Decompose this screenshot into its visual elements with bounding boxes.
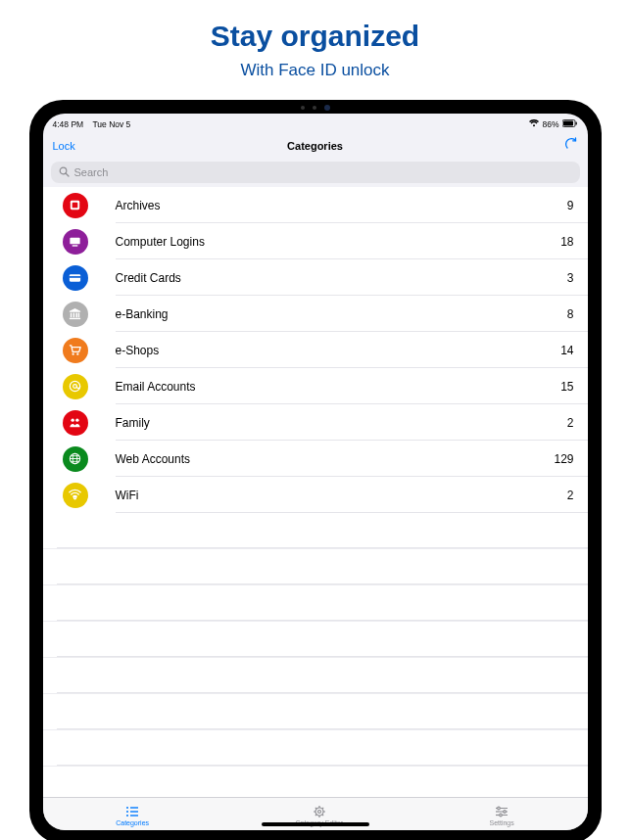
category-row[interactable]: Family2 <box>43 404 588 441</box>
category-label: Family <box>116 416 567 430</box>
category-list[interactable]: Archives9Computer Logins18Credit Cards3e… <box>43 187 588 797</box>
svg-point-34 <box>317 810 320 813</box>
empty-row <box>43 694 588 730</box>
category-count: 129 <box>554 452 573 466</box>
home-indicator[interactable] <box>262 822 369 826</box>
card-icon <box>63 265 88 291</box>
marketing-headline: Stay organized <box>211 20 419 53</box>
category-label: e-Shops <box>116 344 561 357</box>
cart-icon <box>63 338 88 363</box>
category-row[interactable]: Email Accounts15 <box>43 368 588 404</box>
svg-rect-30 <box>130 807 138 808</box>
search-icon <box>59 166 70 179</box>
svg-point-18 <box>70 381 79 391</box>
svg-rect-2 <box>575 122 576 125</box>
svg-point-17 <box>76 353 78 355</box>
battery-icon <box>562 119 578 129</box>
category-row[interactable]: e-Shops14 <box>43 332 588 368</box>
marketing-subhead: With Face ID unlock <box>240 61 389 80</box>
tab-label: Settings <box>489 819 513 826</box>
svg-rect-9 <box>70 274 80 282</box>
device-frame: 4:48 PM Tue Nov 5 86% Lock Categories <box>29 100 602 840</box>
svg-rect-1 <box>563 121 573 126</box>
category-count: 9 <box>567 199 574 212</box>
svg-rect-12 <box>73 313 75 318</box>
refresh-button[interactable] <box>564 137 578 155</box>
category-count: 18 <box>560 235 573 249</box>
empty-row <box>43 730 588 767</box>
category-count: 2 <box>567 416 574 430</box>
empty-row <box>43 585 588 622</box>
search-placeholder: Search <box>74 166 109 178</box>
sliders-icon <box>495 805 509 818</box>
category-label: Credit Cards <box>116 271 567 285</box>
status-battery: 86% <box>542 119 558 129</box>
empty-row <box>43 767 588 797</box>
tab-settings[interactable]: Settings <box>489 805 513 826</box>
svg-point-38 <box>498 807 501 810</box>
svg-rect-10 <box>70 276 80 278</box>
empty-row <box>43 622 588 658</box>
svg-line-4 <box>66 173 69 176</box>
svg-point-33 <box>315 808 323 816</box>
svg-point-40 <box>500 814 503 817</box>
svg-rect-15 <box>70 318 80 319</box>
svg-point-20 <box>71 418 73 421</box>
category-label: WiFi <box>116 489 567 502</box>
empty-row <box>43 549 588 585</box>
category-label: Web Accounts <box>116 452 555 466</box>
category-row[interactable]: WiFi2 <box>43 477 588 513</box>
category-label: Archives <box>116 199 567 212</box>
svg-rect-8 <box>73 245 78 246</box>
svg-rect-7 <box>70 238 79 245</box>
tab-categories[interactable]: Categories <box>116 805 149 826</box>
svg-point-29 <box>126 815 128 817</box>
category-count: 14 <box>560 344 573 357</box>
category-count: 3 <box>567 271 574 285</box>
svg-rect-32 <box>130 815 138 816</box>
svg-rect-13 <box>75 313 77 318</box>
device-sensors <box>301 105 330 111</box>
svg-point-39 <box>504 810 507 813</box>
svg-rect-6 <box>73 203 78 209</box>
svg-rect-11 <box>71 313 73 318</box>
archive-icon <box>63 193 88 218</box>
category-count: 2 <box>567 489 574 502</box>
page-title: Categories <box>287 140 343 152</box>
category-label: Computer Logins <box>116 235 561 249</box>
list-icon <box>125 805 139 818</box>
search-input[interactable]: Search <box>51 162 580 183</box>
email-icon <box>63 374 88 399</box>
category-row[interactable]: Web Accounts129 <box>43 441 588 477</box>
family-icon <box>63 410 88 436</box>
category-label: e-Banking <box>116 307 567 321</box>
bank-icon <box>63 302 88 327</box>
wifi-icon <box>63 483 88 508</box>
tab-label: Categories <box>116 819 149 826</box>
svg-point-16 <box>73 353 74 355</box>
nav-bar: Lock Categories <box>43 132 588 160</box>
svg-rect-14 <box>78 313 80 318</box>
empty-row <box>43 658 588 694</box>
lock-button[interactable]: Lock <box>53 140 75 152</box>
category-row[interactable]: Credit Cards3 <box>43 259 588 296</box>
gear-icon <box>313 805 326 818</box>
status-bar: 4:48 PM Tue Nov 5 86% <box>43 117 588 132</box>
category-count: 8 <box>567 307 574 321</box>
wifi-status-icon <box>529 119 539 129</box>
empty-row <box>43 513 588 549</box>
category-count: 15 <box>560 380 573 394</box>
globe-icon <box>63 446 88 472</box>
svg-point-21 <box>75 418 78 421</box>
svg-point-28 <box>126 811 128 813</box>
computer-icon <box>63 229 88 255</box>
svg-point-27 <box>126 807 128 809</box>
category-row[interactable]: Archives9 <box>43 187 588 223</box>
category-label: Email Accounts <box>116 380 561 394</box>
status-date: Tue Nov 5 <box>92 119 130 129</box>
category-row[interactable]: Computer Logins18 <box>43 223 588 259</box>
status-time: 4:48 PM <box>53 119 84 129</box>
category-row[interactable]: e-Banking8 <box>43 296 588 332</box>
svg-rect-31 <box>130 811 138 812</box>
